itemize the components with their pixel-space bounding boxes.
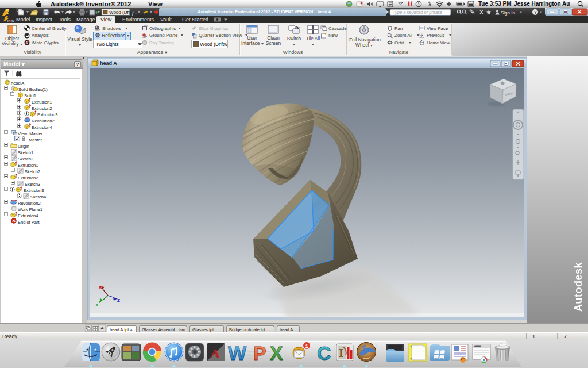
svg-text:Y: Y — [95, 302, 99, 308]
svg-text:x: x — [134, 11, 137, 15]
svg-text:Z: Z — [117, 298, 120, 303]
svg-text:1: 1 — [305, 343, 308, 349]
svg-text:W: W — [228, 342, 247, 364]
svg-text:head A: head A — [100, 60, 117, 66]
svg-text:I: I — [339, 347, 343, 359]
svg-text:P: P — [253, 342, 266, 364]
svg-text:Sign In: Sign In — [501, 10, 515, 16]
svg-text:Type a keyword or phrase: Type a keyword or phrase — [393, 10, 442, 15]
svg-text:f: f — [132, 10, 134, 16]
svg-text:?: ? — [534, 10, 537, 15]
svg-text:A: A — [210, 346, 220, 361]
svg-text:X: X — [99, 285, 102, 290]
svg-text:C: C — [317, 342, 331, 364]
svg-text:X: X — [270, 342, 283, 364]
svg-text:PRO: PRO — [7, 19, 15, 22]
svg-text:Wood (Drif: Wood (Drif — [109, 10, 131, 15]
